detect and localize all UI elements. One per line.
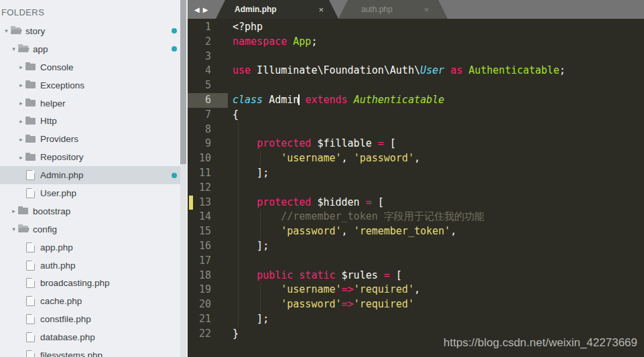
code-line-2[interactable]: 2namespace App; [188, 35, 644, 50]
folder-icon [25, 136, 40, 143]
tree-item-repository[interactable]: ▸Repository [0, 148, 182, 166]
tree-item-config[interactable]: ▾config [0, 220, 182, 238]
code-line-9[interactable]: 9 protected $fillable = [ [188, 137, 644, 151]
chevron-right-icon[interactable]: ▸ [17, 136, 25, 143]
code-line-15[interactable]: 15 'password', 'remember_token', [188, 224, 644, 239]
code-text: protected $hidden = [ [233, 196, 384, 210]
tree-item-user-php[interactable]: User.php [0, 184, 182, 202]
code-token: namespace [233, 35, 287, 48]
code-token: , [342, 152, 354, 164]
chevron-right-icon[interactable]: ▸ [17, 118, 25, 125]
code-line-6[interactable]: 6class Admin extends Authenticatable [188, 93, 644, 108]
chevron-down-icon[interactable]: ▾ [2, 27, 11, 34]
tree-item-auth-php[interactable]: auth.php [0, 257, 182, 275]
code-token [233, 298, 281, 310]
code-text: //remember_token 字段用于记住我的功能 [233, 210, 485, 224]
tab-label: Admin.php [235, 5, 277, 14]
code-token: ; [560, 64, 566, 76]
tree-item-app-php[interactable]: app.php [0, 238, 182, 257]
code-token: 'remember_token' [354, 225, 451, 237]
file-icon [25, 314, 40, 324]
code-token: 'username' [281, 152, 341, 164]
code-line-4[interactable]: 4use Illuminate\Foundation\Auth\User as … [188, 64, 644, 78]
tab-admin-php[interactable]: Admin.php× [216, 0, 338, 19]
line-number: 6 [188, 93, 211, 108]
chevron-right-icon[interactable]: ▸ [17, 154, 25, 161]
code-token: = [384, 269, 390, 281]
code-token: ]; [233, 313, 269, 325]
code-line-16[interactable]: 16 ]; [188, 239, 644, 254]
folder-icon [18, 208, 33, 214]
tree-item-label: filesystems.php [40, 350, 103, 357]
code-token [233, 269, 257, 281]
line-number: 20 [188, 297, 211, 312]
tree-item-label: constfile.php [40, 314, 91, 324]
code-area[interactable]: 1<?php2namespace App;34use Illuminate\Fo… [188, 19, 644, 357]
tree-item-providers[interactable]: ▸Providers [0, 130, 182, 148]
tree-item-helper[interactable]: ▸helper [0, 94, 182, 113]
code-token: extends [305, 94, 347, 106]
code-line-5[interactable]: 5 [188, 78, 644, 93]
chevron-right-icon[interactable]: ▸ [17, 64, 25, 70]
code-token: //remember_token 字段用于记住我的功能 [281, 210, 485, 222]
tab-auth-php[interactable]: auth.php× [338, 0, 448, 19]
code-line-20[interactable]: 20 'password'=>'required' [188, 297, 644, 312]
tree-item-broadcasting-php[interactable]: broadcasting.php [0, 274, 182, 292]
code-text: <?php [233, 20, 263, 35]
code-token: $hidden [311, 196, 365, 208]
code-line-1[interactable]: 1<?php [188, 20, 644, 35]
chevron-right-icon[interactable]: ▸ [17, 82, 25, 88]
code-line-7[interactable]: 7{ [188, 108, 644, 123]
code-token: [ [372, 196, 384, 208]
code-line-3[interactable]: 3 [188, 50, 644, 64]
tree-item-app[interactable]: ▾app [0, 40, 182, 58]
chevron-down-icon[interactable]: ▾ [9, 46, 18, 52]
line-number: 17 [188, 254, 211, 269]
code-line-8[interactable]: 8 [188, 123, 644, 137]
tree-item-exceptions[interactable]: ▸Exceptions [0, 76, 182, 94]
folder-tree: ▾story▾app▸Console▸Exceptions▸helper▸Htt… [0, 22, 182, 357]
code-token: , [342, 225, 354, 237]
tab-scroll-right-icon[interactable]: ▶ [203, 6, 208, 13]
code-line-12[interactable]: 12 [188, 181, 644, 196]
code-line-18[interactable]: 18 public static $rules = [ [188, 269, 644, 283]
code-line-21[interactable]: 21 ]; [188, 312, 644, 327]
code-token: Admin [263, 94, 299, 106]
code-text: { [233, 108, 239, 123]
tree-item-label: User.php [40, 188, 76, 198]
code-token: => [342, 298, 354, 310]
file-icon [25, 332, 40, 342]
tree-item-admin-php[interactable]: Admin.php [0, 166, 182, 184]
chevron-down-icon[interactable]: ▾ [9, 226, 18, 232]
code-token: [ [384, 137, 396, 149]
code-text: ]; [233, 166, 269, 181]
code-token: , [414, 283, 420, 295]
app-window: FOLDERS ▾story▾app▸Console▸Exceptions▸he… [0, 0, 644, 357]
code-line-14[interactable]: 14 //remember_token 字段用于记住我的功能 [188, 210, 644, 224]
sidebar-scrollbar-thumb[interactable] [180, 0, 186, 164]
tab-scroll-left-icon[interactable]: ◀ [194, 6, 200, 13]
tree-item-cache-php[interactable]: cache.php [0, 292, 182, 310]
code-line-13[interactable]: 13 protected $hidden = [ [188, 196, 644, 210]
chevron-right-icon[interactable]: ▸ [9, 208, 18, 214]
tree-item-console[interactable]: ▸Console [0, 58, 182, 76]
tree-item-http[interactable]: ▸Http [0, 112, 182, 130]
code-token: ]; [233, 240, 269, 252]
code-line-19[interactable]: 19 'username'=>'required', [188, 283, 644, 297]
tree-item-story[interactable]: ▾story [0, 22, 182, 40]
close-icon[interactable]: × [424, 5, 429, 15]
code-text: 'username'=>'required', [233, 283, 420, 297]
close-icon[interactable]: × [318, 5, 324, 15]
code-token: 'password' [281, 298, 341, 310]
code-line-17[interactable]: 17 [188, 254, 644, 269]
chevron-right-icon[interactable]: ▸ [17, 100, 25, 106]
tree-item-bootstrap[interactable]: ▸bootstrap [0, 202, 182, 220]
code-line-10[interactable]: 10 'username', 'password', [188, 151, 644, 166]
code-line-11[interactable]: 11 ]; [188, 166, 644, 181]
tree-item-constfile-php[interactable]: constfile.php [0, 310, 182, 328]
code-token: } [233, 328, 239, 340]
folder-icon [25, 154, 40, 161]
code-token: { [233, 109, 239, 121]
tree-item-filesystems-php[interactable]: filesystems.php [0, 346, 182, 357]
tree-item-database-php[interactable]: database.php [0, 328, 182, 346]
